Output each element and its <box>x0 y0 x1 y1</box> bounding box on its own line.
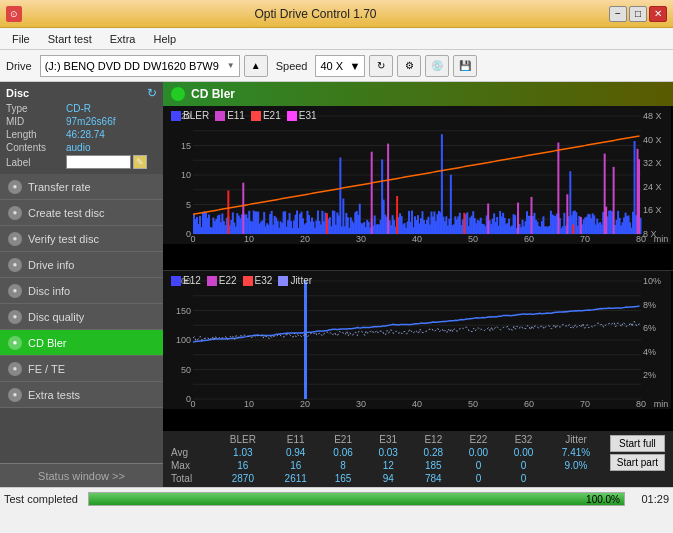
nav-icon-verify-test-disc: ● <box>8 232 22 246</box>
title-text: Opti Drive Control 1.70 <box>22 7 609 21</box>
legend-label: E12 <box>183 275 201 286</box>
sidebar: Disc ↻ Type CD-R MID 97m26s66f Length 46… <box>0 82 163 487</box>
legend-item: E11 <box>215 110 245 121</box>
nav-label-transfer-rate: Transfer rate <box>28 181 91 193</box>
legend-color <box>243 276 253 286</box>
maximize-button[interactable]: □ <box>629 6 647 22</box>
nav-item-fe-te[interactable]: ●FE / TE <box>0 356 163 382</box>
config-button[interactable]: ⚙ <box>397 55 421 77</box>
stats-row-label: Max <box>167 459 215 472</box>
stats-body: Avg1.030.940.060.030.280.000.007.41%Max1… <box>167 446 606 485</box>
drive-select-value: (J:) BENQ DVD DD DW1620 B7W9 <box>45 60 219 72</box>
nav-item-cd-bler[interactable]: ●CD Bler <box>0 330 163 356</box>
contents-value: audio <box>66 142 90 153</box>
close-button[interactable]: ✕ <box>649 6 667 22</box>
stats-cell: 0.28 <box>411 446 456 459</box>
legend-item: BLER <box>171 110 209 121</box>
nav-item-verify-test-disc[interactable]: ●Verify test disc <box>0 226 163 252</box>
legend-color <box>278 276 288 286</box>
stats-cell: 16 <box>215 459 271 472</box>
label-input[interactable] <box>66 155 131 169</box>
drive-label: Drive <box>6 60 32 72</box>
speed-select[interactable]: 40 X ▼ <box>315 55 365 77</box>
disc-title: Disc <box>6 87 29 99</box>
drive-select[interactable]: (J:) BENQ DVD DD DW1620 B7W9 ▼ <box>40 55 240 77</box>
stats-cell: 0.00 <box>501 446 546 459</box>
legend-color <box>215 111 225 121</box>
stats-row-total: Total287026111659478400 <box>167 472 606 485</box>
nav-label-cd-bler: CD Bler <box>28 337 67 349</box>
legend-color <box>171 276 181 286</box>
progress-pct: 100.0% <box>586 493 620 507</box>
mid-label: MID <box>6 116 66 127</box>
stats-cell: 0.03 <box>366 446 411 459</box>
speed-arrow: ▼ <box>350 60 361 72</box>
stats-header-row: BLERE11E21E31E12E22E32Jitter <box>167 433 606 446</box>
menu-item-start-test[interactable]: Start test <box>40 31 100 47</box>
stats-cell: 0 <box>456 459 501 472</box>
disc-arrow[interactable]: ↻ <box>147 86 157 100</box>
stats-cell: 0 <box>501 472 546 485</box>
stats-cell: 0.06 <box>321 446 366 459</box>
legend-color <box>251 111 261 121</box>
contents-label: Contents <box>6 142 66 153</box>
menu-bar: FileStart testExtraHelp <box>0 28 673 50</box>
stats-header- <box>167 433 215 446</box>
save-button[interactable]: 💾 <box>453 55 477 77</box>
mid-value: 97m26s66f <box>66 116 115 127</box>
nav-items: ●Transfer rate●Create test disc●Verify t… <box>0 174 163 463</box>
nav-item-transfer-rate[interactable]: ●Transfer rate <box>0 174 163 200</box>
stats-cell: 0 <box>456 472 501 485</box>
nav-item-disc-quality[interactable]: ●Disc quality <box>0 304 163 330</box>
chart-title: CD Bler <box>191 87 235 101</box>
stats-cell: 185 <box>411 459 456 472</box>
nav-icon-cd-bler: ● <box>8 336 22 350</box>
minimize-button[interactable]: − <box>609 6 627 22</box>
progress-bar-fill <box>89 493 624 505</box>
app-icon: ⊙ <box>6 6 22 22</box>
speed-label: Speed <box>276 60 308 72</box>
nav-label-extra-tests: Extra tests <box>28 389 80 401</box>
stats-header-E32: E32 <box>501 433 546 446</box>
legend-label: Jitter <box>290 275 312 286</box>
status-window-label: Status window >> <box>38 470 125 482</box>
eject-button[interactable]: ▲ <box>244 55 268 77</box>
stats-row-avg: Avg1.030.940.060.030.280.000.007.41% <box>167 446 606 459</box>
nav-item-create-test-disc[interactable]: ●Create test disc <box>0 200 163 226</box>
stats-cell: 2870 <box>215 472 271 485</box>
menu-item-help[interactable]: Help <box>145 31 184 47</box>
legend-item: Jitter <box>278 275 312 286</box>
stats-cell: 0 <box>501 459 546 472</box>
length-label: Length <box>6 129 66 140</box>
menu-item-extra[interactable]: Extra <box>102 31 144 47</box>
nav-item-disc-info[interactable]: ●Disc info <box>0 278 163 304</box>
stats-cell <box>546 472 606 485</box>
nav-item-extra-tests[interactable]: ●Extra tests <box>0 382 163 408</box>
label-edit-button[interactable]: ✎ <box>133 155 147 169</box>
lower-chart-canvas <box>163 271 671 409</box>
stats-header-Jitter: Jitter <box>546 433 606 446</box>
status-window-button[interactable]: Status window >> <box>0 463 163 487</box>
legend-label: E22 <box>219 275 237 286</box>
stats-header-BLER: BLER <box>215 433 271 446</box>
stats-table: BLERE11E21E31E12E22E32Jitter Avg1.030.94… <box>167 433 606 485</box>
start-part-button[interactable]: Start part <box>610 454 665 471</box>
nav-item-drive-info[interactable]: ●Drive info <box>0 252 163 278</box>
nav-icon-extra-tests: ● <box>8 388 22 402</box>
nav-label-fe-te: FE / TE <box>28 363 65 375</box>
legend-label: E31 <box>299 110 317 121</box>
media-button[interactable]: 💿 <box>425 55 449 77</box>
menu-item-file[interactable]: File <box>4 31 38 47</box>
stats-cell: 9.0% <box>546 459 606 472</box>
upper-legend: BLERE11E21E31 <box>167 108 321 123</box>
status-bar: Test completed 100.0% 01:29 <box>0 487 673 509</box>
start-full-button[interactable]: Start full <box>610 435 665 452</box>
stats-header-E31: E31 <box>366 433 411 446</box>
stats-header-E11: E11 <box>271 433 321 446</box>
nav-icon-disc-quality: ● <box>8 310 22 324</box>
stats-cell: 7.41% <box>546 446 606 459</box>
legend-color <box>287 111 297 121</box>
refresh-button[interactable]: ↻ <box>369 55 393 77</box>
legend-color <box>171 111 181 121</box>
status-text: Test completed <box>4 493 84 505</box>
